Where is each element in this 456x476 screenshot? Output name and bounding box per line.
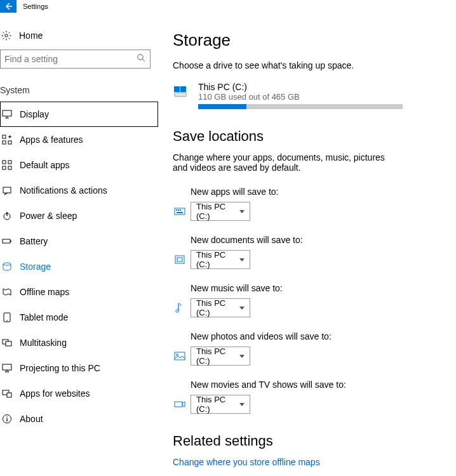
sidebar-item-label: Power & sleep	[20, 211, 77, 221]
combo-value: This PC (C:)	[196, 298, 239, 317]
projecting-icon	[1, 363, 13, 373]
save-label-photos: New photos and videos will save to:	[191, 331, 442, 341]
svg-line-8	[9, 32, 10, 34]
drive-row[interactable]: This PC (C:) 110 GB used out of 465 GB	[173, 82, 442, 109]
svg-point-30	[6, 320, 8, 321]
chevron-down-icon	[239, 258, 245, 261]
search-input[interactable]	[0, 50, 151, 69]
save-locations-heading: Save locations	[173, 128, 442, 145]
save-label-music: New music will save to:	[191, 283, 442, 293]
drive-icon	[173, 84, 191, 100]
sidebar-item-apps-features[interactable]: Apps & features	[0, 127, 158, 152]
display-icon	[1, 109, 13, 119]
sidebar-item-battery[interactable]: Battery	[0, 228, 158, 254]
photos-save-select[interactable]: This PC (C:)	[191, 347, 250, 366]
sidebar-item-power-sleep[interactable]: Power & sleep	[0, 203, 158, 228]
svg-rect-48	[177, 258, 182, 261]
power-icon	[1, 211, 13, 221]
sidebar-item-label: Offline maps	[20, 287, 69, 297]
apps-save-icon	[173, 206, 187, 217]
drive-name: This PC (C:)	[198, 82, 442, 92]
svg-rect-45	[180, 209, 181, 211]
documents-save-icon	[173, 254, 187, 265]
save-locations-intro: Change where your apps, documents, music…	[173, 152, 401, 173]
sidebar-item-default-apps[interactable]: Default apps	[0, 152, 158, 178]
gear-icon	[0, 30, 13, 41]
svg-rect-42	[175, 208, 185, 215]
save-label-apps: New apps will save to:	[191, 187, 442, 197]
sidebar-item-multitasking[interactable]: Multitasking	[0, 330, 158, 355]
svg-rect-20	[8, 161, 11, 164]
sidebar-item-label: Tablet mode	[20, 312, 68, 322]
apps-websites-icon	[1, 388, 13, 399]
back-button[interactable]	[0, 0, 17, 13]
apps-icon	[1, 135, 13, 145]
home-button[interactable]: Home	[0, 25, 159, 50]
svg-rect-19	[3, 161, 6, 164]
sidebar: Home System Display Apps & features Defa…	[0, 13, 159, 476]
svg-rect-35	[7, 393, 11, 397]
battery-icon	[1, 236, 13, 246]
multitasking-icon	[1, 338, 13, 348]
drive-usage-bar-fill	[198, 104, 246, 109]
sidebar-item-storage[interactable]: Storage	[0, 254, 158, 279]
sidebar-item-label: Display	[20, 109, 49, 119]
sidebar-item-offline-maps[interactable]: Offline maps	[0, 279, 158, 305]
sidebar-item-label: Apps & features	[20, 135, 83, 145]
svg-rect-14	[3, 135, 6, 138]
documents-save-select[interactable]: This PC (C:)	[191, 250, 250, 269]
window-title: Settings	[17, 0, 48, 13]
sidebar-item-label: Notifications & actions	[20, 185, 107, 195]
drive-usage-bar	[198, 104, 403, 109]
svg-rect-47	[175, 256, 184, 263]
combo-value: This PC (C:)	[196, 347, 239, 366]
svg-line-6	[9, 38, 10, 39]
sidebar-item-label: Multitasking	[20, 338, 67, 348]
sidebar-item-notifications[interactable]: Notifications & actions	[0, 178, 158, 203]
svg-rect-46	[177, 212, 183, 213]
svg-point-52	[177, 354, 178, 356]
svg-point-0	[5, 34, 8, 37]
combo-value: This PC (C:)	[196, 395, 239, 414]
svg-rect-33	[3, 364, 11, 370]
page-intro: Choose a drive to see what's taking up s…	[173, 60, 442, 70]
save-label-documents: New documents will save to:	[191, 235, 442, 245]
svg-point-37	[6, 416, 8, 418]
movies-save-select[interactable]: This PC (C:)	[191, 395, 250, 414]
svg-line-7	[3, 38, 4, 39]
svg-rect-22	[8, 166, 11, 169]
sidebar-item-about[interactable]: About	[0, 406, 158, 432]
movies-save-icon	[173, 399, 187, 410]
sidebar-item-apps-websites[interactable]: Apps for websites	[0, 381, 158, 406]
svg-line-10	[142, 59, 145, 62]
combo-value: This PC (C:)	[196, 250, 239, 269]
save-label-movies: New movies and TV shows will save to:	[191, 380, 442, 390]
page-heading: Storage	[173, 30, 442, 50]
apps-save-select[interactable]: This PC (C:)	[191, 202, 250, 221]
svg-rect-51	[175, 352, 185, 360]
home-label: Home	[19, 30, 43, 41]
music-save-icon	[173, 302, 187, 314]
music-save-select[interactable]: This PC (C:)	[191, 298, 250, 317]
chevron-down-icon	[239, 355, 245, 358]
sidebar-item-tablet-mode[interactable]: Tablet mode	[0, 305, 158, 330]
offline-maps-link[interactable]: Change where you store offline maps	[173, 457, 442, 467]
sidebar-item-display[interactable]: Display	[0, 102, 158, 127]
sidebar-item-projecting[interactable]: Projecting to this PC	[0, 355, 158, 381]
svg-rect-39	[175, 93, 186, 96]
storage-icon	[1, 261, 13, 272]
sidebar-item-label: Battery	[20, 236, 48, 246]
svg-rect-21	[3, 166, 6, 169]
svg-rect-32	[6, 341, 11, 346]
svg-rect-44	[178, 209, 179, 211]
svg-point-28	[3, 263, 11, 265]
chevron-down-icon	[239, 210, 245, 213]
svg-rect-53	[175, 402, 182, 407]
svg-rect-41	[180, 86, 186, 92]
chevron-down-icon	[239, 307, 245, 310]
svg-point-9	[138, 55, 143, 60]
svg-rect-27	[10, 241, 11, 242]
sidebar-item-label: Storage	[20, 261, 51, 272]
photos-save-icon	[173, 350, 187, 362]
info-icon	[1, 414, 13, 424]
